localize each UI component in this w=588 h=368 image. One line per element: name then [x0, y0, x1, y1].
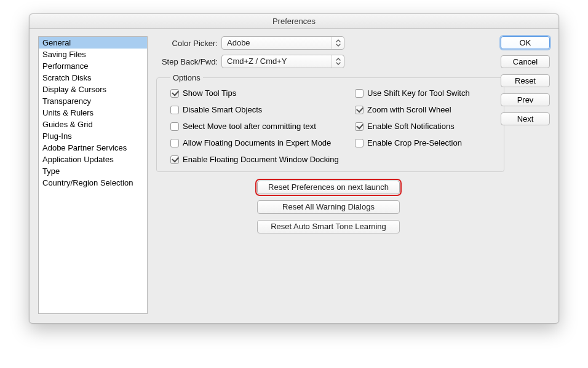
- step-back-fwd-label: Step Back/Fwd:: [156, 57, 221, 66]
- option-label: Zoom with Scroll Wheel: [367, 105, 451, 114]
- option-label: Select Move tool after committing text: [183, 122, 316, 131]
- reset-smart-tone-button[interactable]: Reset Auto Smart Tone Learning: [257, 220, 400, 233]
- step-back-fwd-select[interactable]: Cmd+Z / Cmd+Y: [221, 55, 344, 68]
- main-panel: Color Picker: Adobe Step Back/Fwd: Cmd+Z…: [156, 36, 550, 315]
- cancel-button[interactable]: Cancel: [501, 55, 550, 68]
- prev-button[interactable]: Prev: [501, 93, 550, 106]
- option-label: Enable Soft Notifications: [367, 122, 455, 131]
- checkbox-icon: [170, 122, 179, 131]
- option-checkbox[interactable]: Disable Smart Objects: [170, 105, 355, 114]
- sidebar-item[interactable]: Country/Region Selection: [39, 177, 147, 189]
- option-checkbox[interactable]: Select Move tool after committing text: [170, 122, 355, 131]
- option-checkbox[interactable]: Zoom with Scroll Wheel: [355, 105, 496, 114]
- dialog-action-buttons: OK Cancel Reset Prev Next: [501, 36, 550, 125]
- option-checkbox[interactable]: Enable Soft Notifications: [355, 122, 496, 131]
- sidebar-item[interactable]: General: [39, 37, 147, 49]
- checkbox-icon: [355, 89, 364, 98]
- option-label: Enable Floating Document Window Docking: [183, 155, 339, 164]
- option-label: Show Tool Tips: [183, 88, 236, 98]
- checkbox-icon: [170, 89, 179, 98]
- option-checkbox[interactable]: Enable Floating Document Window Docking: [170, 155, 355, 164]
- option-label: Enable Crop Pre-Selection: [367, 138, 462, 147]
- chevron-updown-icon: [332, 37, 344, 49]
- option-label: Allow Floating Documents in Expert Mode: [183, 138, 331, 147]
- sidebar-item[interactable]: Performance: [39, 60, 147, 72]
- options-group: Options Show Tool TipsUse Shift Key for …: [156, 73, 504, 172]
- option-checkbox[interactable]: Show Tool Tips: [170, 88, 355, 98]
- option-checkbox[interactable]: Use Shift Key for Tool Switch: [355, 88, 496, 98]
- window-content: GeneralSaving FilesPerformanceScratch Di…: [30, 29, 558, 323]
- color-picker-row: Color Picker: Adobe: [156, 36, 550, 50]
- sidebar-item[interactable]: Display & Cursors: [39, 84, 147, 95]
- preferences-window: Preferences GeneralSaving FilesPerforman…: [29, 14, 559, 324]
- checkbox-icon: [355, 122, 364, 131]
- color-picker-value: Adobe: [227, 38, 250, 47]
- category-sidebar: GeneralSaving FilesPerformanceScratch Di…: [38, 36, 148, 314]
- checkbox-icon: [355, 139, 364, 147]
- reset-warning-dialogs-button[interactable]: Reset All Warning Dialogs: [257, 200, 400, 214]
- reset-preferences-button[interactable]: Reset Preferences on next launch: [257, 181, 400, 194]
- checkbox-icon: [355, 106, 364, 114]
- option-label: Disable Smart Objects: [183, 105, 262, 114]
- option-checkbox[interactable]: Allow Floating Documents in Expert Mode: [170, 138, 355, 147]
- color-picker-label: Color Picker:: [156, 39, 221, 48]
- sidebar-item[interactable]: Plug-Ins: [39, 130, 147, 142]
- sidebar-item[interactable]: Adobe Partner Services: [39, 142, 147, 154]
- step-back-fwd-value: Cmd+Z / Cmd+Y: [227, 57, 287, 66]
- ok-button[interactable]: OK: [501, 36, 550, 49]
- sidebar-item[interactable]: Saving Files: [39, 49, 147, 60]
- options-legend: Options: [170, 73, 203, 82]
- sidebar-item[interactable]: Units & Rulers: [39, 107, 147, 119]
- step-back-fwd-row: Step Back/Fwd: Cmd+Z / Cmd+Y: [156, 55, 550, 68]
- chevron-updown-icon: [332, 55, 344, 68]
- sidebar-item[interactable]: Application Updates: [39, 154, 147, 165]
- sidebar-item[interactable]: Scratch Disks: [39, 72, 147, 84]
- sidebar-item[interactable]: Guides & Grid: [39, 119, 147, 130]
- window-title: Preferences: [30, 14, 558, 29]
- color-picker-select[interactable]: Adobe: [221, 36, 344, 50]
- checkbox-icon: [170, 155, 179, 164]
- option-checkbox[interactable]: Enable Crop Pre-Selection: [355, 138, 496, 147]
- option-label: Use Shift Key for Tool Switch: [367, 88, 470, 98]
- reset-button-stack: Reset Preferences on next launch Reset A…: [156, 181, 501, 233]
- next-button[interactable]: Next: [501, 112, 550, 125]
- sidebar-item[interactable]: Transparency: [39, 95, 147, 107]
- sidebar-item[interactable]: Type: [39, 165, 147, 177]
- reset-button[interactable]: Reset: [501, 74, 550, 87]
- checkbox-icon: [170, 106, 179, 114]
- checkbox-icon: [170, 139, 179, 147]
